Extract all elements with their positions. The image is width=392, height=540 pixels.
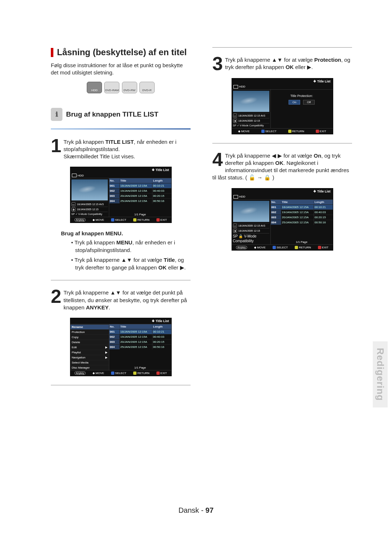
lock-icon: SP 🔒 V-Mode Compatibility — [233, 234, 269, 243]
ui-hdd-row: HDD — [70, 173, 171, 178]
table-row[interactable]: 00118/JAN/2005 12:15A00:10:21 — [271, 204, 333, 210]
menu-bullet-2: Tryk på knapperne ▲▼ for at vælge Title,… — [71, 256, 191, 271]
disc-hdd: HDD — [87, 82, 102, 93]
page-footer: Dansk - 97 — [0, 506, 392, 515]
table-row[interactable]: 00219/JAN/2005 12:15A00:40:03 — [109, 334, 171, 339]
protection-off[interactable]: Off — [303, 100, 315, 105]
step-number-3: 3 — [212, 56, 223, 72]
menu-subhead: Brug af knappen MENU. — [61, 230, 191, 236]
step-number-2: 2 — [51, 289, 61, 304]
step2-bold: ANYKEY — [86, 304, 109, 310]
step-4: 4 Tryk på knapperne ◀ ▶ for at vælge On,… — [212, 152, 352, 182]
menu-playlist[interactable]: Playlist▶ — [70, 350, 109, 355]
thumbnail — [233, 91, 269, 112]
menu-discmanager[interactable]: Disc Manager — [70, 365, 109, 370]
disc-row: HDD DVD-RAM DVD-RW DVD-R — [51, 82, 191, 93]
disc-dvdr: DVD-R — [139, 82, 155, 93]
ui-titlelist-1: ❖ Title List HDD ▭18/JAN/2005 12:15 AV3 … — [70, 167, 172, 223]
table-row[interactable]: 00425/JAN/2005 12:15A00:50:16 — [109, 344, 171, 349]
table-row[interactable]: 00219/JAN/2005 12:15A00:40:03 — [109, 188, 171, 193]
thumbnail — [233, 201, 269, 222]
table-row[interactable]: 00219/JAN/2005 12:15A00:40:03 — [271, 210, 333, 215]
menu-edit[interactable]: Edit▶ — [70, 345, 109, 350]
gradient-separator — [51, 128, 191, 130]
step-3: 3 Tryk på knapperne ▲▼ for at vælge Prot… — [212, 56, 352, 72]
section-title-text: Låsning (beskyttelse) af en titel — [57, 47, 187, 57]
menu-rename[interactable]: Rename — [70, 324, 109, 329]
thumb-info: ▭18/JAN/2005 12:15 AV3 ◑18/JAN/2005 12:1… — [70, 202, 109, 217]
red-bar — [51, 48, 53, 57]
table-row[interactable]: 00425/JAN/2005 12:15A00:50:16 — [271, 220, 333, 225]
table-header: No.TitleLength — [109, 178, 171, 183]
step2-a: Tryk på knapperne ▲▼ for at vælge det pu… — [64, 289, 187, 310]
titlelist-key-icon: ℹ︎ — [51, 108, 62, 121]
table-row[interactable]: 00320/JAN/2005 12:15A00:20:15 — [271, 215, 333, 220]
step1-a: Tryk på knappen — [64, 139, 105, 145]
protection-on[interactable]: On — [289, 100, 300, 105]
menu-bullet-1: Tryk på knappen MENU, når enheden er i s… — [71, 239, 191, 254]
step-number-1: 1 — [51, 138, 61, 154]
subsection-text: Brug af knappen TITLE LIST — [66, 110, 158, 118]
ui-footer: Anykey ◆MOVE SELECT RETURN EXIT — [70, 217, 171, 223]
separator — [51, 280, 191, 280]
subsection-header: ℹ︎ Brug af knappen TITLE LIST — [51, 108, 191, 121]
step-2: 2 Tryk på knapperne ▲▼ for at vælge det … — [51, 289, 191, 311]
table-row[interactable]: 00118/JAN/2005 12:15A00:10:21 — [109, 183, 171, 188]
section-title: Låsning (beskyttelse) af en titel — [51, 47, 191, 57]
step-1: 1 Tryk på knappen TITLE LIST, når enhede… — [51, 138, 191, 161]
table-row[interactable]: 00425/JAN/2005 12:15A00:50:16 — [109, 198, 171, 203]
step1-bold: TITLE LIST — [105, 139, 134, 145]
menu-protection[interactable]: Protection — [70, 329, 109, 334]
anykey-icon[interactable]: Anykey — [236, 246, 247, 249]
step-number-4: 4 — [212, 152, 223, 167]
intro-text: Følg disse instruktioner for at låse et … — [51, 62, 191, 77]
sidebar-tab: Redigering — [373, 341, 388, 407]
table-row[interactable]: 00320/JAN/2005 12:15A00:20:15 — [109, 339, 171, 344]
disc-dvdrw: DVD-RW — [122, 82, 137, 93]
step2-b: . — [109, 304, 110, 310]
separator — [212, 47, 352, 48]
separator — [51, 385, 191, 385]
menu-copy[interactable]: Copy — [70, 334, 109, 340]
thumbnail — [72, 179, 108, 200]
anykey-icon[interactable]: Anykey — [74, 218, 86, 222]
protection-label: Title Protection: — [290, 94, 313, 98]
disc-dvdram: DVD-RAM — [104, 82, 119, 93]
ui-title-protection: ❖ Title List HDD ▭18/JAN/2005 12:15 AV3 … — [232, 78, 333, 134]
menu-navigation[interactable]: Navigation▶ — [70, 355, 109, 360]
table-row[interactable]: 00118/JAN/2005 12:15A00:10:21 — [109, 329, 171, 334]
step1-c: Skærmbilledet Title List vises. — [64, 153, 135, 159]
anykey-icon[interactable]: Anykey — [74, 371, 86, 375]
separator — [212, 143, 352, 143]
menu-delete[interactable]: Delete — [70, 340, 109, 345]
page-count: 1/1 Page — [109, 212, 171, 217]
ui-titlelist-locked: ❖ Title List HDD ▭18/JAN/2005 12:15 AV3 … — [232, 188, 333, 251]
menu-selectmedia[interactable]: Select Media — [70, 360, 109, 365]
ui-titlelist-menu: ❖ Title List Rename Protection Copy Dele… — [70, 318, 172, 376]
context-menu[interactable]: Rename Protection Copy Delete Edit▶ Play… — [70, 324, 109, 370]
ui-header: ❖ Title List — [70, 167, 171, 173]
table-row[interactable]: 00320/JAN/2005 12:15A00:20:15 — [109, 193, 171, 198]
